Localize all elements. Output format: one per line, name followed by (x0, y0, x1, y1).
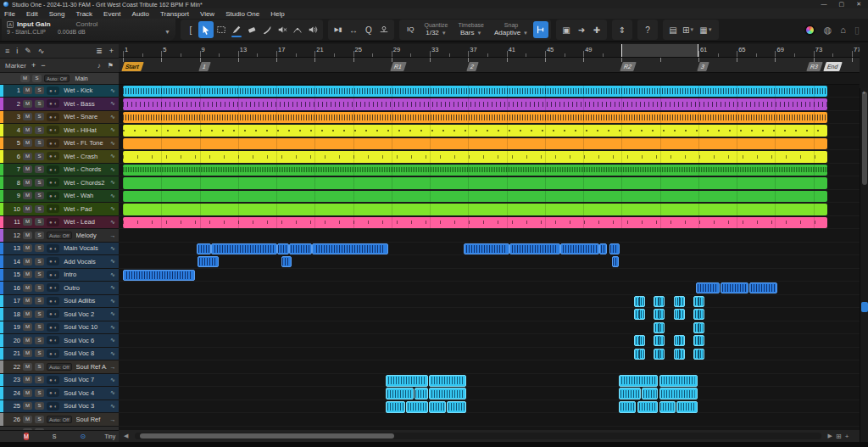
menu-item-studio-one[interactable]: Studio One (225, 10, 259, 18)
track-solo-button[interactable]: S (35, 349, 44, 357)
timebase-select[interactable]: Timebase Bars▼ (453, 20, 488, 40)
audio-clip[interactable] (429, 401, 446, 413)
audio-clip[interactable] (123, 125, 827, 137)
remove-marker-button[interactable]: − (41, 61, 45, 70)
audio-clip[interactable] (693, 335, 704, 346)
track-mute-button[interactable]: M (23, 271, 32, 278)
marker-lane[interactable]: Start1R12R23R3End (119, 58, 860, 73)
track-solo-button[interactable]: S (35, 402, 44, 410)
audio-clip[interactable] (415, 388, 428, 400)
audio-clip[interactable] (281, 256, 292, 267)
audio-clip[interactable] (693, 296, 704, 307)
audio-clip[interactable] (674, 335, 685, 346)
record-icon[interactable]: ● (49, 193, 53, 198)
horizontal-scrollbar[interactable] (135, 433, 821, 439)
track-row-15[interactable]: 15MS●◐Intro∿ (0, 269, 119, 282)
bend-tool-button[interactable] (290, 21, 305, 38)
audio-clip[interactable] (674, 349, 685, 360)
track-row-12[interactable]: 12MSAuto: OffMelody→ (0, 229, 119, 243)
track-solo-button[interactable]: S (35, 297, 44, 305)
audio-clip[interactable] (654, 322, 665, 333)
record-icon[interactable]: ● (49, 88, 53, 93)
audio-clip[interactable] (599, 243, 607, 254)
track-solo-button[interactable]: S (35, 284, 44, 292)
inspector-icon[interactable]: i (16, 47, 18, 55)
record-icon[interactable]: ● (49, 299, 53, 304)
audio-clip[interactable] (721, 282, 748, 293)
home-icon[interactable]: ⌂ (840, 25, 846, 35)
monitor-icon[interactable]: ◐ (54, 220, 58, 225)
track-solo-button[interactable]: S (35, 310, 44, 318)
track-row-17[interactable]: 17MS●◐Soul Adlibs∿ (0, 295, 119, 309)
menu-item-edit[interactable]: Edit (26, 10, 38, 18)
monitor-icon[interactable]: ◐ (54, 325, 58, 330)
automation-icon[interactable]: ∿ (38, 47, 45, 55)
lane-12[interactable] (119, 229, 860, 243)
track-row-19[interactable]: 19MS●◐Soul Voc 10∿ (0, 321, 119, 335)
track-solo-button[interactable]: S (35, 165, 44, 173)
track-row-8[interactable]: 8MS●◐Wet - Chords2∿ (0, 176, 119, 190)
audio-clip[interactable] (674, 309, 685, 320)
color-hand-icon[interactable] (804, 25, 815, 36)
track-mute-button[interactable]: M (23, 310, 32, 318)
audio-clip[interactable] (429, 375, 466, 387)
track-mute-button[interactable]: M (23, 139, 32, 147)
track-row-24[interactable]: 24MS●◐Soul Voc 4∿ (0, 387, 119, 400)
menu-item-audio[interactable]: Audio (132, 10, 149, 18)
split-tool-button[interactable] (259, 21, 275, 38)
record-icon[interactable]: ● (49, 180, 53, 185)
track-solo-button[interactable]: S (35, 416, 44, 423)
track-mute-button[interactable]: M (23, 376, 32, 383)
monitor-icon[interactable]: ◐ (54, 141, 58, 146)
main-track-row[interactable]: M S Auto: Off Main (0, 73, 119, 85)
track-solo-button[interactable]: S (35, 337, 44, 344)
audio-clip[interactable] (749, 282, 777, 293)
audio-clip[interactable] (619, 401, 636, 413)
global-solo-button[interactable]: S (53, 433, 57, 439)
audio-clip[interactable] (654, 349, 665, 360)
audio-clip[interactable] (609, 243, 620, 254)
monitor-icon[interactable]: ◐ (54, 311, 58, 316)
lane-1[interactable] (119, 85, 860, 98)
lane-4[interactable] (119, 124, 860, 137)
track-mute-button[interactable]: M (23, 337, 32, 344)
audio-clip[interactable] (634, 296, 645, 307)
track-row-4[interactable]: 4MS●◐Wet - HiHat∿ (0, 124, 119, 137)
record-icon[interactable]: ● (49, 220, 53, 225)
lane-10[interactable] (119, 203, 860, 216)
loop-range[interactable] (621, 44, 698, 57)
quantize-q-button[interactable]: Q (361, 21, 376, 38)
record-icon[interactable]: ● (49, 154, 53, 159)
menu-item-file[interactable]: File (4, 10, 15, 18)
marker-flag-r2[interactable]: R2 (620, 62, 637, 71)
track-row-16[interactable]: 16MS●◐Outro∿ (0, 282, 119, 295)
monitor-icon[interactable]: ◐ (54, 272, 58, 277)
monitor-icon[interactable]: ◐ (54, 285, 58, 290)
monitor-icon[interactable]: ◐ (54, 299, 58, 304)
audio-clip[interactable] (693, 322, 704, 333)
iq-toggle[interactable]: IQ (402, 20, 419, 40)
help-button[interactable]: ? (640, 21, 655, 38)
track-mute-button[interactable]: M (23, 126, 32, 134)
follow-cursor-icon[interactable]: ➜ (574, 21, 589, 38)
audio-clip[interactable] (659, 375, 698, 387)
audio-clip[interactable] (386, 388, 414, 400)
audio-clip[interactable] (654, 309, 665, 320)
track-row-23[interactable]: 23MS●◐Soul Voc 7∿ (0, 374, 119, 388)
track-mute-button[interactable]: M (23, 192, 32, 199)
marker-flag-3[interactable]: 3 (697, 62, 709, 71)
audio-clip[interactable] (509, 243, 560, 254)
track-mute-button[interactable]: M (23, 416, 32, 423)
track-mute-button[interactable]: M (23, 363, 32, 371)
record-icon[interactable]: ● (49, 351, 53, 356)
audio-clip[interactable] (197, 243, 211, 254)
lane-23[interactable] (119, 374, 860, 388)
track-solo-button[interactable]: S (35, 271, 44, 278)
main-auto-chip[interactable]: Auto: Off (44, 75, 70, 82)
audio-clip[interactable] (123, 191, 827, 203)
menu-item-help[interactable]: Help (270, 10, 284, 18)
audio-clip[interactable] (464, 243, 509, 254)
listen-tool-button[interactable] (305, 21, 320, 38)
track-mute-button[interactable]: M (23, 284, 32, 292)
track-row-5[interactable]: 5MS●◐Wet - Fl. Tone∿ (0, 137, 119, 151)
